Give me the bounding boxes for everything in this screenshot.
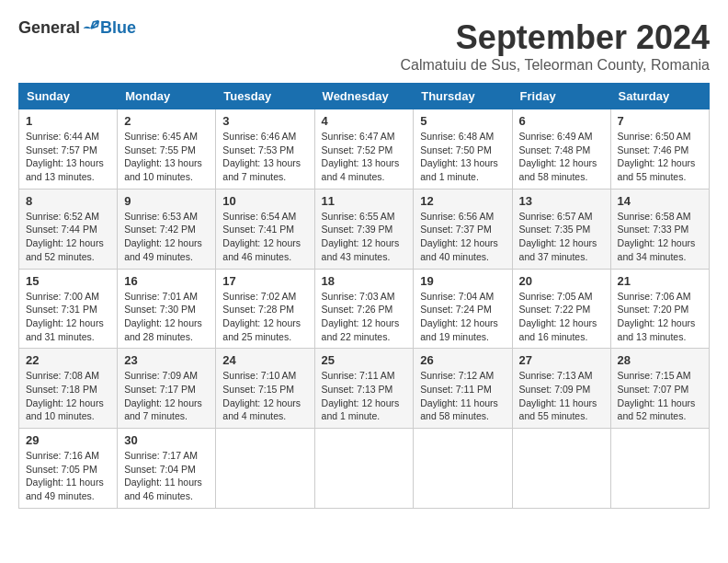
calendar-cell: 12Sunrise: 6:56 AM Sunset: 7:37 PM Dayli…	[414, 189, 512, 269]
day-number: 28	[618, 353, 702, 367]
calendar-cell: 6Sunrise: 6:49 AM Sunset: 7:48 PM Daylig…	[512, 109, 610, 190]
day-number: 3	[222, 114, 307, 128]
day-number: 11	[322, 194, 407, 208]
week-row-2: 8Sunrise: 6:52 AM Sunset: 7:44 PM Daylig…	[19, 189, 710, 269]
day-info: Sunrise: 6:47 AM Sunset: 7:52 PM Dayligh…	[322, 130, 407, 184]
weekday-header-monday: Monday	[118, 84, 216, 109]
day-info: Sunrise: 7:15 AM Sunset: 7:07 PM Dayligh…	[618, 369, 702, 423]
calendar-cell: 4Sunrise: 6:47 AM Sunset: 7:52 PM Daylig…	[314, 109, 414, 190]
calendar-cell: 16Sunrise: 7:01 AM Sunset: 7:30 PM Dayli…	[118, 269, 216, 349]
day-number: 16	[124, 274, 209, 288]
weekday-header-saturday: Saturday	[610, 84, 709, 109]
day-number: 8	[26, 194, 110, 208]
calendar-cell: 11Sunrise: 6:55 AM Sunset: 7:39 PM Dayli…	[314, 189, 414, 269]
day-number: 2	[124, 114, 209, 128]
calendar-cell	[512, 429, 610, 509]
location-subtitle: Calmatuiu de Sus, Teleorman County, Roma…	[401, 57, 710, 74]
day-number: 27	[519, 353, 604, 367]
day-number: 30	[124, 433, 209, 447]
day-number: 5	[420, 114, 505, 128]
weekday-header-friday: Friday	[512, 84, 610, 109]
day-info: Sunrise: 6:50 AM Sunset: 7:46 PM Dayligh…	[618, 130, 702, 184]
calendar-cell	[414, 429, 512, 509]
day-number: 1	[26, 114, 110, 128]
day-info: Sunrise: 7:12 AM Sunset: 7:11 PM Dayligh…	[420, 369, 505, 423]
day-number: 12	[420, 194, 505, 208]
day-number: 4	[322, 114, 407, 128]
calendar-cell: 7Sunrise: 6:50 AM Sunset: 7:46 PM Daylig…	[610, 109, 709, 190]
day-info: Sunrise: 6:56 AM Sunset: 7:37 PM Dayligh…	[420, 210, 505, 264]
day-number: 10	[222, 194, 307, 208]
calendar-cell: 25Sunrise: 7:11 AM Sunset: 7:13 PM Dayli…	[314, 349, 414, 429]
day-info: Sunrise: 7:05 AM Sunset: 7:22 PM Dayligh…	[519, 290, 604, 344]
day-info: Sunrise: 7:17 AM Sunset: 7:04 PM Dayligh…	[124, 449, 209, 503]
day-info: Sunrise: 7:04 AM Sunset: 7:24 PM Dayligh…	[420, 290, 505, 344]
page-header: General Blue September 2024 Calmatuiu de…	[18, 18, 710, 74]
calendar-cell: 27Sunrise: 7:13 AM Sunset: 7:09 PM Dayli…	[512, 349, 610, 429]
week-row-1: 1Sunrise: 6:44 AM Sunset: 7:57 PM Daylig…	[19, 109, 710, 190]
day-number: 23	[124, 353, 209, 367]
calendar-cell: 22Sunrise: 7:08 AM Sunset: 7:18 PM Dayli…	[19, 349, 118, 429]
month-title: September 2024	[401, 18, 710, 57]
day-number: 25	[322, 353, 407, 367]
day-info: Sunrise: 6:52 AM Sunset: 7:44 PM Dayligh…	[26, 210, 110, 264]
calendar-cell: 8Sunrise: 6:52 AM Sunset: 7:44 PM Daylig…	[19, 189, 118, 269]
day-info: Sunrise: 7:00 AM Sunset: 7:31 PM Dayligh…	[26, 290, 110, 344]
day-info: Sunrise: 6:57 AM Sunset: 7:35 PM Dayligh…	[519, 210, 604, 264]
day-number: 14	[618, 194, 702, 208]
calendar-cell: 10Sunrise: 6:54 AM Sunset: 7:41 PM Dayli…	[216, 189, 314, 269]
day-info: Sunrise: 7:13 AM Sunset: 7:09 PM Dayligh…	[519, 369, 604, 423]
day-info: Sunrise: 6:49 AM Sunset: 7:48 PM Dayligh…	[519, 130, 604, 184]
day-info: Sunrise: 6:48 AM Sunset: 7:50 PM Dayligh…	[420, 130, 505, 184]
week-row-4: 22Sunrise: 7:08 AM Sunset: 7:18 PM Dayli…	[19, 349, 710, 429]
calendar-cell: 9Sunrise: 6:53 AM Sunset: 7:42 PM Daylig…	[118, 189, 216, 269]
logo-blue-text: Blue	[100, 18, 136, 38]
day-info: Sunrise: 6:45 AM Sunset: 7:55 PM Dayligh…	[124, 130, 209, 184]
day-number: 15	[26, 274, 110, 288]
calendar-cell: 24Sunrise: 7:10 AM Sunset: 7:15 PM Dayli…	[216, 349, 314, 429]
day-number: 13	[519, 194, 604, 208]
day-number: 7	[618, 114, 702, 128]
day-info: Sunrise: 6:53 AM Sunset: 7:42 PM Dayligh…	[124, 210, 209, 264]
day-number: 26	[420, 353, 505, 367]
day-number: 18	[322, 274, 407, 288]
calendar-cell: 15Sunrise: 7:00 AM Sunset: 7:31 PM Dayli…	[19, 269, 118, 349]
calendar-cell: 29Sunrise: 7:16 AM Sunset: 7:05 PM Dayli…	[19, 429, 118, 509]
weekday-header-tuesday: Tuesday	[216, 84, 314, 109]
day-number: 9	[124, 194, 209, 208]
day-info: Sunrise: 7:09 AM Sunset: 7:17 PM Dayligh…	[124, 369, 209, 423]
day-number: 29	[26, 433, 110, 447]
calendar-cell: 17Sunrise: 7:02 AM Sunset: 7:28 PM Dayli…	[216, 269, 314, 349]
calendar-cell: 20Sunrise: 7:05 AM Sunset: 7:22 PM Dayli…	[512, 269, 610, 349]
day-info: Sunrise: 7:03 AM Sunset: 7:26 PM Dayligh…	[322, 290, 407, 344]
calendar-cell: 28Sunrise: 7:15 AM Sunset: 7:07 PM Dayli…	[610, 349, 709, 429]
day-number: 24	[222, 353, 307, 367]
day-number: 21	[618, 274, 702, 288]
logo-general-text: General	[18, 18, 80, 38]
calendar-cell: 23Sunrise: 7:09 AM Sunset: 7:17 PM Dayli…	[118, 349, 216, 429]
week-row-5: 29Sunrise: 7:16 AM Sunset: 7:05 PM Dayli…	[19, 429, 710, 509]
day-number: 20	[519, 274, 604, 288]
day-info: Sunrise: 6:55 AM Sunset: 7:39 PM Dayligh…	[322, 210, 407, 264]
calendar-cell: 2Sunrise: 6:45 AM Sunset: 7:55 PM Daylig…	[118, 109, 216, 190]
day-number: 22	[26, 353, 110, 367]
day-info: Sunrise: 6:58 AM Sunset: 7:33 PM Dayligh…	[618, 210, 702, 264]
calendar-cell: 5Sunrise: 6:48 AM Sunset: 7:50 PM Daylig…	[414, 109, 512, 190]
calendar-cell: 21Sunrise: 7:06 AM Sunset: 7:20 PM Dayli…	[610, 269, 709, 349]
weekday-header-wednesday: Wednesday	[314, 84, 414, 109]
day-info: Sunrise: 7:06 AM Sunset: 7:20 PM Dayligh…	[618, 290, 702, 344]
day-info: Sunrise: 7:08 AM Sunset: 7:18 PM Dayligh…	[26, 369, 110, 423]
logo-bird-icon	[82, 19, 100, 38]
day-number: 17	[222, 274, 307, 288]
day-info: Sunrise: 6:54 AM Sunset: 7:41 PM Dayligh…	[222, 210, 307, 264]
weekday-header-sunday: Sunday	[19, 84, 118, 109]
calendar-cell	[610, 429, 709, 509]
calendar-cell: 18Sunrise: 7:03 AM Sunset: 7:26 PM Dayli…	[314, 269, 414, 349]
day-info: Sunrise: 6:46 AM Sunset: 7:53 PM Dayligh…	[222, 130, 307, 184]
weekday-header-row: SundayMondayTuesdayWednesdayThursdayFrid…	[19, 84, 710, 109]
calendar-cell	[216, 429, 314, 509]
calendar-cell	[314, 429, 414, 509]
day-info: Sunrise: 7:16 AM Sunset: 7:05 PM Dayligh…	[26, 449, 110, 503]
calendar-cell: 19Sunrise: 7:04 AM Sunset: 7:24 PM Dayli…	[414, 269, 512, 349]
calendar-cell: 1Sunrise: 6:44 AM Sunset: 7:57 PM Daylig…	[19, 109, 118, 190]
